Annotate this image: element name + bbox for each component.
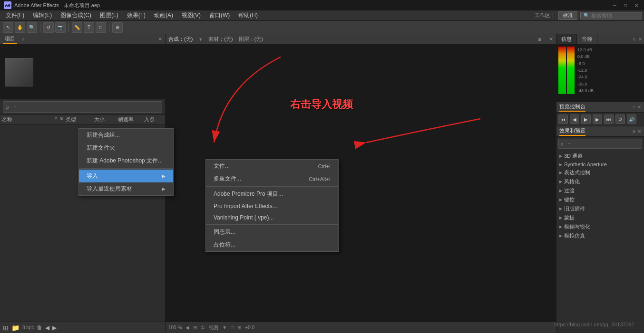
effects-transition[interactable]: ▶ 过渡 [556,186,644,195]
toolbar-text[interactable]: T [84,22,94,33]
ctx-import-pro[interactable]: Pro Import After Effects... [206,200,338,212]
ctx-sep-1 [79,168,173,169]
view-option-label[interactable]: 视图 [209,324,218,331]
preview-next-frame[interactable]: ▶ [593,114,602,124]
toolbar-sep-3 [109,23,109,32]
preview-last[interactable]: ⏭ [604,114,614,124]
preview-tab[interactable]: 预览控制台 [559,103,585,112]
workspace-value[interactable]: 标准 [558,11,577,20]
comp-panel-close[interactable]: ✕ [549,36,553,42]
project-panel-close[interactable]: ✕ [158,36,162,42]
ctx-new-folder[interactable]: 新建文件夹 [79,142,173,154]
effects-header: 效果和预置 ≡ ✕ [556,126,644,137]
preview-close[interactable]: ✕ [637,105,641,110]
zoom-value[interactable]: 100 % [168,325,182,330]
preview-first[interactable]: ⏮ [558,114,568,124]
toolbar-zoom[interactable]: 🔍 [27,22,37,33]
close-btn[interactable]: ✕ [633,3,640,8]
next-icon[interactable]: ▶ [52,324,57,331]
effects-panel: 效果和预置 ≡ ✕ ρ ▶ 3D 通道 ▶ Synthetic Aperture [556,126,644,333]
view-option-2[interactable]: ① [201,325,205,330]
view-option-1[interactable]: ⊞ [193,325,197,330]
search-help-input[interactable] [591,13,639,19]
effects-simulation[interactable]: ▶ 模拟仿真 [556,231,644,240]
preview-menu[interactable]: ≡ [633,105,635,110]
comp-panel-menu[interactable]: ≡ [538,37,541,42]
delete-icon[interactable]: 🗑 [37,324,42,331]
effects-stylize[interactable]: ▶ 风格化 [556,177,644,186]
effects-synthetic-aperture[interactable]: ▶ Synthetic Aperture [556,161,644,168]
info-tab[interactable]: 信息 [556,34,577,44]
effects-search-input[interactable] [565,140,640,147]
ctx-import[interactable]: 导入 ▶ [79,170,173,182]
toolbar-camera[interactable]: 📷 [55,22,66,33]
effects-close[interactable]: ✕ [637,129,641,134]
project-search-input[interactable] [11,103,159,111]
effects-blur[interactable]: ▶ 模糊与锐化 [556,222,644,231]
ctx-new-folder-label: 新建文件夹 [87,144,115,152]
ctx-import-placeholder[interactable]: 占位符... [206,238,338,251]
menu-layer[interactable]: 图层(L) [96,10,122,20]
menu-help[interactable]: 帮助(H) [234,10,262,20]
ctx-import-arrow: ▶ [162,173,166,179]
ctx-import-file[interactable]: 文件... Ctrl+I [206,160,338,172]
window-controls[interactable]: ─ □ ✕ [611,3,640,8]
ctx-import-multi[interactable]: 多重文件... Ctrl+Alt+I [206,172,338,185]
toolbar-arrow[interactable]: ↖ [3,22,13,33]
menu-file[interactable]: 文件(F) [2,10,28,20]
effects-expression[interactable]: ▶ 表达式控制 [556,168,644,177]
new-comp-icon[interactable]: ⊞ [3,324,9,332]
right-panel-menu[interactable]: ≡ [633,37,638,42]
toolbar-puppet[interactable]: ⊕ [112,22,123,33]
maximize-btn[interactable]: □ [622,3,629,8]
preview-loop[interactable]: ↺ [615,114,625,124]
toolbar-hand[interactable]: ✋ [15,22,25,33]
menu-edit[interactable]: 编辑(E) [29,10,56,20]
view-option-3[interactable]: ▼ [222,325,227,330]
menu-animation[interactable]: 动画(A) [150,10,177,20]
toolbar: ↖ ✋ 🔍 ↺ 📷 ✏️ T □ ⊕ [0,21,644,34]
ae-logo: Ae [4,1,11,9]
preview-play[interactable]: ▶ [581,114,591,124]
toolbar-rotate[interactable]: ↺ [43,22,54,33]
effects-3d-channel[interactable]: ▶ 3D 通道 [556,152,644,161]
ctx-new-ps[interactable]: 新建 Adobe Photoshop 文件... [79,154,173,167]
prev-icon[interactable]: ◀ [45,324,49,331]
effects-key-label: 键控 [564,196,575,203]
audio-tab[interactable]: 音频 [577,34,597,44]
effects-search-box: ρ [556,137,644,151]
col-entry-header: 入点 [144,116,163,123]
effects-keying[interactable]: ▶ 键控 [556,195,644,204]
effects-menu[interactable]: ≡ [633,129,635,134]
ctx-import-solid[interactable]: 固态层... [206,226,338,238]
toolbar-shape[interactable]: □ [96,22,106,33]
toolbar-pen[interactable]: ✏️ [72,22,82,33]
ctx-import-vpe[interactable]: Vanishing Point (.vpe)... [206,212,338,223]
menu-view[interactable]: 视图(V) [178,10,205,20]
comp-dropdown-icon[interactable]: ▼ [198,37,203,42]
preview-prev-frame[interactable]: ◀ [570,114,579,124]
ctx-import-recent[interactable]: 导入最近使用素材 ▶ [79,182,173,195]
preview-audio[interactable]: 🔊 [627,114,636,124]
new-folder-icon[interactable]: 📁 [11,324,20,332]
menu-effects[interactable]: 效果(T) [123,10,149,20]
view-controls[interactable]: ⊞ [237,325,241,330]
db-neg36: -36.0 [577,82,594,86]
project-tab[interactable]: 项目 [3,34,17,44]
effects-legacy[interactable]: ▶ 旧版插件 [556,204,644,213]
menu-window[interactable]: 窗口(W) [205,10,234,20]
fit-options[interactable]: ◀ [185,325,189,330]
effects-tab[interactable]: 效果和预置 [559,127,585,136]
ctx-new-comp[interactable]: 新建合成组... [79,129,173,142]
arrow-expr: ▶ [559,171,562,175]
panel-menu-icon[interactable]: ≡ [22,37,25,42]
menu-composition[interactable]: 图像合成(C) [57,10,95,20]
ctx-import-recent-arrow: ▶ [162,186,166,191]
minimize-btn[interactable]: ─ [611,3,618,8]
ctx-import-file-label: 文件... [214,162,230,170]
comp-bottom: 100 % ◀ ⊞ ① 视图 ▼ □ ⊞ +0.0 [166,322,556,333]
camera-icon[interactable]: □ [231,325,234,330]
right-panel-close[interactable]: ✕ [638,37,644,42]
ctx-import-premiere[interactable]: Adobe Premiere Pro 项目... [206,188,338,200]
effects-mask[interactable]: ▶ 蒙板 [556,213,644,222]
